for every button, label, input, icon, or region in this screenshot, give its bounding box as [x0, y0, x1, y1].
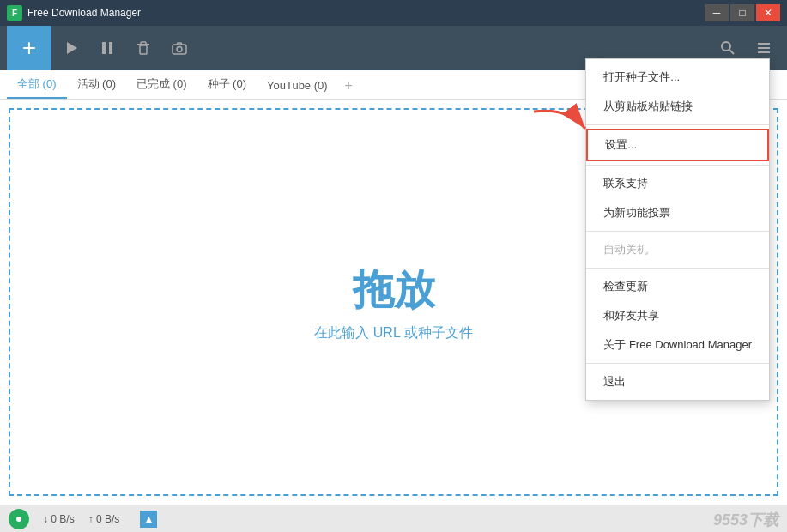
tab-all[interactable]: 全部 (0) — [7, 71, 67, 99]
maximize-button[interactable]: □ — [730, 4, 754, 21]
hamburger-icon — [756, 40, 772, 56]
app-title: Free Download Manager — [27, 7, 705, 19]
svg-rect-6 — [173, 45, 186, 54]
svg-rect-1 — [102, 42, 106, 54]
app-icon: F — [7, 5, 22, 21]
status-icon — [9, 509, 29, 529]
menu-divider-1 — [586, 124, 769, 125]
svg-rect-12 — [758, 51, 770, 53]
pause-icon — [100, 40, 115, 56]
menu-auto-shutdown: 自动关机 — [586, 235, 769, 264]
tab-completed[interactable]: 已完成 (0) — [126, 71, 197, 99]
close-button[interactable]: ✕ — [756, 4, 780, 21]
menu-settings[interactable]: 设置... — [586, 129, 769, 161]
menu-divider-5 — [586, 363, 769, 364]
add-tab-button[interactable]: + — [338, 73, 360, 99]
svg-rect-10 — [758, 43, 770, 45]
upload-speed: ↑ 0 B/s — [88, 513, 120, 525]
svg-rect-11 — [758, 47, 770, 49]
pause-button[interactable] — [91, 32, 124, 64]
delete-icon — [136, 40, 151, 56]
menu-vote-features[interactable]: 为新功能投票 — [586, 198, 769, 227]
menu-paste-link[interactable]: 从剪贴板粘贴链接 — [586, 92, 769, 121]
minimize-button[interactable]: ─ — [705, 4, 729, 21]
play-button[interactable] — [55, 32, 88, 64]
camera-icon — [172, 40, 187, 56]
svg-rect-4 — [140, 45, 147, 54]
camera-button[interactable] — [163, 32, 196, 64]
svg-line-9 — [729, 50, 734, 54]
window-controls: ─ □ ✕ — [705, 4, 780, 21]
arrow-icon — [525, 103, 594, 154]
delete-button[interactable] — [127, 32, 160, 64]
tab-youtube[interactable]: YouTube (0) — [257, 74, 338, 99]
svg-point-7 — [177, 47, 182, 52]
arrow-indicator — [525, 103, 594, 158]
speed-display: ↓ 0 B/s ↑ 0 B/s — [43, 513, 119, 525]
add-download-button[interactable]: + — [7, 26, 51, 70]
svg-point-8 — [722, 42, 730, 51]
svg-rect-2 — [109, 42, 112, 54]
tab-active[interactable]: 活动 (0) — [67, 71, 127, 99]
menu-contact-support[interactable]: 联系支持 — [586, 169, 769, 198]
spider-icon — [13, 513, 25, 525]
tab-torrent[interactable]: 种子 (0) — [197, 71, 257, 99]
menu-divider-2 — [586, 165, 769, 166]
expand-status-button[interactable]: ▲ — [140, 511, 157, 528]
watermark: 9553下载 — [713, 510, 778, 530]
menu-exit[interactable]: 退出 — [586, 367, 769, 396]
svg-point-14 — [16, 517, 21, 522]
play-icon — [64, 40, 79, 56]
drop-sub-text: 在此输入 URL 或种子文件 — [314, 324, 472, 342]
svg-rect-5 — [141, 42, 146, 45]
menu-share-friends[interactable]: 和好友共享 — [586, 301, 769, 330]
menu-divider-3 — [586, 231, 769, 232]
status-bar: ↓ 0 B/s ↑ 0 B/s ▲ 9553下载 — [0, 505, 787, 532]
download-speed: ↓ 0 B/s — [43, 513, 75, 525]
menu-divider-4 — [586, 268, 769, 269]
context-menu: 打开种子文件... 从剪贴板粘贴链接 设置... 联系支持 为新功能投票 自动关… — [585, 58, 770, 401]
menu-open-torrent[interactable]: 打开种子文件... — [586, 63, 769, 92]
menu-about[interactable]: 关于 Free Download Manager — [586, 330, 769, 360]
drop-main-text: 拖放 — [353, 263, 435, 317]
search-icon — [720, 40, 736, 56]
svg-marker-0 — [67, 42, 77, 54]
title-bar: F Free Download Manager ─ □ ✕ — [0, 0, 787, 26]
menu-check-updates[interactable]: 检查更新 — [586, 272, 769, 301]
